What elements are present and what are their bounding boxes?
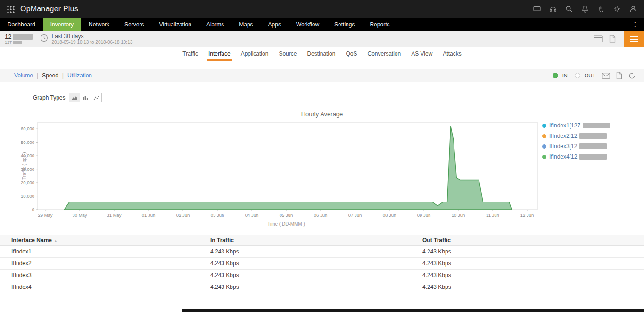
svg-text:29 May: 29 May [38, 212, 52, 218]
metric-link-volume[interactable]: Volume [14, 72, 33, 79]
metric-link-speed[interactable]: Speed [42, 72, 58, 79]
column-out-traffic[interactable]: Out Traffic [422, 237, 644, 244]
tab-application[interactable]: Application [236, 47, 274, 61]
out-label: OUT [585, 73, 595, 78]
tab-conversation[interactable]: Conversation [362, 47, 406, 61]
nav-item-apps[interactable]: Apps [261, 18, 289, 31]
metric-links: Volume|Speed|Utilization [14, 72, 92, 79]
svg-text:03 Jun: 03 Jun [211, 212, 224, 218]
svg-text:09 Jun: 09 Jun [417, 212, 431, 218]
device-ip-redaction [13, 41, 22, 44]
svg-text:0: 0 [32, 207, 34, 212]
legend-redaction [579, 143, 607, 149]
svg-text:12 Jun: 12 Jun [520, 212, 534, 218]
graph-types-label: Graph Types [33, 94, 65, 101]
out-radio[interactable] [575, 73, 580, 78]
svg-text:10 Jun: 10 Jun [452, 212, 465, 218]
table-row[interactable]: IfIndex44.243 Kbps4.243 Kbps [0, 281, 644, 293]
topbar: OpManager Plus [0, 0, 644, 18]
legend-redaction [579, 154, 607, 160]
hamburger-menu-button[interactable] [624, 31, 644, 47]
traffic-chart-panel: Graph Types Hourly Average 010,00020,000… [7, 85, 637, 232]
toolbar-right: IN OUT [553, 72, 636, 79]
tab-attacks[interactable]: Attacks [438, 47, 466, 61]
legend-item[interactable]: IfIndex4[12 [542, 153, 610, 160]
legend-label: IfIndex2[12 [549, 133, 577, 139]
clock-icon [40, 34, 48, 44]
headset-icon[interactable] [549, 5, 557, 13]
bell-icon[interactable] [581, 5, 589, 13]
cell-in-traffic: 4.243 Kbps [210, 248, 422, 255]
pdf-export-icon[interactable] [609, 35, 616, 43]
apps-grid-icon[interactable] [7, 5, 15, 13]
bar-chart-icon[interactable] [80, 93, 91, 102]
pdf-icon[interactable] [616, 72, 622, 79]
nav-item-maps[interactable]: Maps [231, 18, 260, 31]
cell-in-traffic: 4.243 Kbps [210, 260, 422, 267]
period-label: Last 30 days [51, 33, 132, 40]
svg-text:05 Jun: 05 Jun [280, 212, 293, 218]
legend-item[interactable]: IfIndex3[12 [542, 143, 610, 150]
remote-desktop-icon[interactable] [533, 5, 541, 13]
tab-qos[interactable]: QoS [340, 47, 362, 61]
in-radio[interactable] [553, 73, 558, 78]
nav-item-inventory[interactable]: Inventory [43, 18, 81, 31]
main-nav: DashboardInventoryNetworkServersVirtuali… [0, 18, 644, 31]
legend-label: IfIndex4[12 [549, 153, 577, 160]
scatter-chart-icon[interactable] [91, 93, 102, 102]
subheader: 12 127 Last 30 days 2018-05-19 10:13 to … [0, 31, 644, 47]
metric-toolbar: Volume|Speed|Utilization IN OUT [0, 69, 644, 82]
tab-source[interactable]: Source [273, 47, 302, 61]
device-name: 12 [5, 33, 11, 40]
svg-text:Traffic ( bps ): Traffic ( bps ) [22, 152, 27, 179]
nav-item-workflow[interactable]: Workflow [289, 18, 327, 31]
table-row[interactable]: IfIndex34.243 Kbps4.243 Kbps [0, 270, 644, 281]
svg-text:50,000: 50,000 [21, 140, 34, 145]
cell-interface-name: IfIndex1 [0, 248, 210, 255]
card-view-icon[interactable] [594, 35, 603, 42]
area-chart-icon[interactable] [69, 93, 80, 102]
chart-title: Hourly Average [7, 110, 637, 118]
tab-interface[interactable]: Interface [203, 47, 236, 61]
svg-text:10,000: 10,000 [21, 194, 34, 199]
email-icon[interactable] [602, 73, 610, 79]
device-info[interactable]: 12 127 [5, 33, 33, 45]
table-row[interactable]: IfIndex14.243 Kbps4.243 Kbps [0, 246, 644, 258]
table-header: Interface Name▲ In Traffic Out Traffic [0, 235, 644, 246]
legend-dot-icon [542, 134, 546, 138]
topbar-icons [533, 5, 637, 13]
svg-text:20,000: 20,000 [21, 180, 34, 185]
user-icon[interactable] [629, 5, 637, 13]
nav-overflow-icon[interactable]: ⋮ [626, 18, 644, 31]
tab-as-view[interactable]: AS View [406, 47, 438, 61]
nav-item-alarms[interactable]: Alarms [199, 18, 231, 31]
period-selector[interactable]: Last 30 days 2018-05-19 10:13 to 2018-06… [40, 33, 132, 45]
column-interface-name[interactable]: Interface Name▲ [0, 237, 210, 244]
bottom-edge-bar [182, 309, 644, 312]
nav-item-network[interactable]: Network [81, 18, 117, 31]
table-row[interactable]: IfIndex24.243 Kbps4.243 Kbps [0, 258, 644, 270]
legend-item[interactable]: IfIndex2[12 [542, 133, 610, 139]
legend-redaction [579, 133, 607, 139]
refresh-icon[interactable] [628, 72, 636, 79]
sort-asc-icon[interactable]: ▲ [54, 239, 58, 243]
legend-item[interactable]: IfIndex1[127 [542, 122, 610, 129]
nav-item-dashboard[interactable]: Dashboard [0, 18, 43, 31]
metric-link-utilization[interactable]: Utilization [67, 72, 92, 79]
svg-text:30 May: 30 May [72, 212, 87, 218]
cell-in-traffic: 4.243 Kbps [210, 284, 422, 290]
search-icon[interactable] [565, 5, 573, 13]
tab-traffic[interactable]: Traffic [177, 47, 203, 61]
hand-icon[interactable] [597, 5, 605, 13]
main-nav-items: DashboardInventoryNetworkServersVirtuali… [0, 18, 397, 31]
nav-item-servers[interactable]: Servers [117, 18, 151, 31]
nav-item-virtualization[interactable]: Virtualization [151, 18, 198, 31]
view-tabs: TrafficInterfaceApplicationSourceDestina… [0, 47, 644, 61]
tab-destination[interactable]: Destination [302, 47, 340, 61]
nav-item-settings[interactable]: Settings [327, 18, 362, 31]
traffic-area-chart[interactable]: 010,00020,00030,00040,00050,00060,00029 … [7, 118, 542, 230]
gear-icon[interactable] [613, 5, 621, 13]
column-in-traffic[interactable]: In Traffic [210, 237, 422, 244]
nav-item-reports[interactable]: Reports [362, 18, 397, 31]
svg-text:07 Jun: 07 Jun [348, 212, 362, 218]
